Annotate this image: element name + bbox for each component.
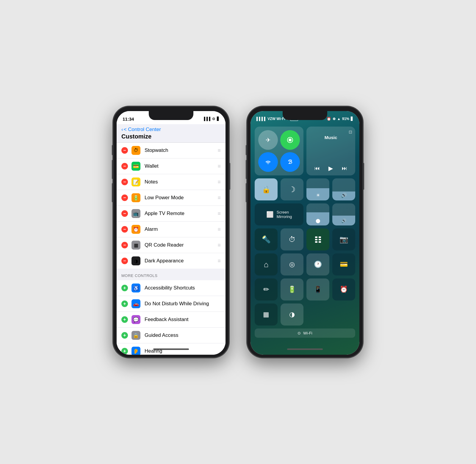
more-controls-list: + ♿ Accessibility Shortcuts + 🚗 Do Not D…	[117, 280, 226, 355]
world-clock-btn[interactable]: 🕐	[306, 253, 329, 275]
music-tile[interactable]: ⊡ Music ⏮ ▶ ⏭	[306, 127, 355, 175]
prev-btn[interactable]: ⏮	[314, 165, 320, 172]
drag-handle[interactable]: ≡	[217, 163, 221, 169]
remove-btn[interactable]: −	[121, 179, 128, 185]
remove-btn[interactable]: −	[121, 147, 128, 154]
music-controls: ⏮ ▶ ⏭	[310, 162, 352, 172]
row2: 🔒 ☽ ☀ 🔊	[250, 175, 359, 200]
remove-btn[interactable]: −	[121, 258, 128, 264]
drag-handle[interactable]: ≡	[217, 147, 221, 154]
control-center-screen: ▌▌▌▌ VZW Wi-Fi ⊙ VPN ⏰ ⊕ ▲ 91% ▋	[250, 111, 359, 355]
volume-slider-2[interactable]: 🔊	[332, 203, 355, 225]
right-phone-screen: ▌▌▌▌ VZW Wi-Fi ⊙ VPN ⏰ ⊕ ▲ 91% ▋	[250, 111, 359, 355]
list-item[interactable]: − 📝 Notes ≡	[117, 174, 226, 190]
screen-mirroring-btn[interactable]: ⬜ ScreenMirroring	[255, 203, 303, 225]
item-icon-feedback: 💬	[131, 315, 140, 324]
remove-btn[interactable]: −	[121, 210, 128, 217]
item-label-appletv: Apple TV Remote	[145, 211, 217, 217]
location-icon: ▲	[337, 117, 341, 121]
item-icon-wallet: 💳	[131, 162, 140, 171]
battery-icon: ▋	[217, 117, 220, 121]
add-btn[interactable]: +	[121, 316, 128, 323]
phones-container: 11:34 ▐▐▐ ⊙ ▋ ‹ < Control Center Cu	[113, 106, 363, 358]
home-btn[interactable]: ⌂	[255, 253, 278, 275]
item-label-dnd-driving: Do Not Disturb While Driving	[145, 301, 221, 307]
wallet-btn[interactable]: 💳	[332, 253, 355, 275]
svg-rect-4	[315, 239, 317, 240]
wifi-bottom-bar[interactable]: ⊙ Wi-Fi	[255, 328, 355, 338]
dark-mode-btn[interactable]: ◑	[281, 303, 303, 326]
item-icon-dark: ◑	[131, 256, 140, 265]
list-item[interactable]: − 📺 Apple TV Remote ≡	[117, 206, 226, 222]
list-item[interactable]: − 💳 Wallet ≡	[117, 158, 226, 174]
back-link[interactable]: ‹ < Control Center	[121, 127, 221, 133]
row7: ▦ ◑	[250, 300, 359, 326]
airplane-btn[interactable]: ✈	[258, 130, 278, 150]
settings-content[interactable]: ‹ < Control Center Customize − ⏱ Stopwat…	[117, 124, 226, 355]
remove-btn[interactable]: −	[121, 242, 128, 248]
add-btn[interactable]: +	[121, 348, 128, 354]
item-icon-hearing: 👂	[131, 347, 140, 355]
brightness-slider-2[interactable]: ⬤	[306, 203, 329, 225]
list-item[interactable]: + ♿ Accessibility Shortcuts	[117, 280, 226, 296]
remove-btn[interactable]: −	[121, 194, 128, 201]
remove-btn[interactable]: −	[121, 226, 128, 233]
bluetooth-btn[interactable]: ℬ	[280, 152, 300, 172]
list-item[interactable]: + 💬 Feedback Assistant	[117, 312, 226, 328]
add-btn[interactable]: +	[121, 300, 128, 307]
wifi-bottom-icon: ⊙	[298, 331, 301, 335]
drag-handle[interactable]: ≡	[217, 179, 221, 185]
back-label[interactable]: < Control Center	[124, 127, 161, 133]
add-btn[interactable]: +	[121, 332, 128, 339]
battery-btn[interactable]: 🔋	[281, 278, 303, 300]
list-item[interactable]: − ⏱ Stopwatch ≡	[117, 143, 226, 158]
notch-left	[149, 111, 193, 120]
radio-btn[interactable]: ◎	[281, 253, 303, 275]
timer-btn[interactable]: ⏱	[281, 228, 303, 250]
cellular-btn[interactable]	[280, 130, 300, 150]
lock-rotation-btn[interactable]: 🔒	[255, 178, 278, 200]
list-item[interactable]: + 🚗 Do Not Disturb While Driving	[117, 296, 226, 312]
item-label-guided-access: Guided Access	[145, 332, 221, 338]
airplay-music-icon[interactable]: ⊡	[349, 130, 352, 134]
screen-mirroring-icon: ⬜	[266, 211, 274, 218]
drag-handle[interactable]: ≡	[217, 242, 221, 248]
item-label-wallet: Wallet	[145, 163, 217, 169]
list-item[interactable]: − ▦ QR Code Reader ≡	[117, 237, 226, 253]
row3: ⬜ ScreenMirroring ⬤ 🔊	[250, 200, 359, 225]
remote-btn[interactable]: 📱	[306, 278, 329, 300]
torch-btn[interactable]: 🔦	[255, 228, 278, 250]
notes-btn[interactable]: ✏	[255, 278, 278, 300]
drag-handle[interactable]: ≡	[217, 195, 221, 201]
drag-handle[interactable]: ≡	[217, 226, 221, 233]
row4: 🔦 ⏱ 📷	[250, 225, 359, 250]
drag-handle[interactable]: ≡	[217, 211, 221, 217]
remove-btn[interactable]: −	[121, 163, 128, 169]
wifi-btn[interactable]	[258, 152, 278, 172]
item-label-lowpower: Low Power Mode	[145, 195, 217, 201]
drag-handle[interactable]: ≡	[217, 258, 221, 264]
list-item[interactable]: − ◑ Dark Appearance ≡	[117, 253, 226, 269]
item-icon-qr: ▦	[131, 241, 140, 250]
home-indicator-right	[287, 348, 323, 350]
back-chevron: ‹	[121, 127, 123, 133]
qr-reader-btn[interactable]: ▦	[255, 303, 278, 326]
battery-bar: ▋	[351, 117, 353, 121]
play-btn[interactable]: ▶	[328, 165, 333, 172]
calculator-btn[interactable]	[306, 228, 329, 250]
next-btn[interactable]: ⏭	[342, 165, 347, 172]
svg-rect-7	[319, 241, 321, 243]
brightness-slider[interactable]: ☀	[306, 178, 329, 200]
add-btn[interactable]: +	[121, 285, 128, 291]
list-item[interactable]: + 🔒 Guided Access	[117, 328, 226, 343]
settings-screen: 11:34 ▐▐▐ ⊙ ▋ ‹ < Control Center Cu	[117, 111, 226, 355]
dnd-btn[interactable]: ☽	[281, 178, 303, 200]
list-item[interactable]: − 🔋 Low Power Mode ≡	[117, 190, 226, 206]
volume-slider[interactable]: 🔊	[332, 178, 355, 200]
signal-icon: ▐▐▐	[203, 117, 210, 121]
alarm-btn[interactable]: ⏰	[332, 278, 355, 300]
connectivity-tile[interactable]: ✈	[255, 127, 303, 175]
list-item[interactable]: − ⏰ Alarm ≡	[117, 222, 226, 237]
camera-btn[interactable]: 📷	[332, 228, 355, 250]
svg-rect-6	[315, 241, 317, 243]
